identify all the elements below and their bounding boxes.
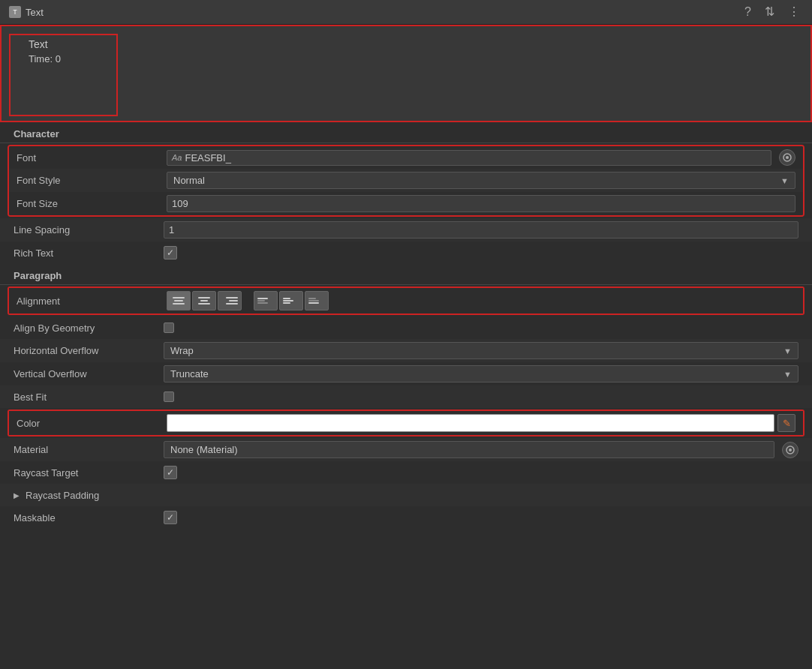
align-by-geometry-row: Align By Geometry [0, 316, 812, 339]
horizontal-overflow-label: Horizontal Overflow [14, 345, 164, 356]
best-fit-checkbox[interactable] [164, 392, 174, 402]
font-style-value: Normal ▼ [167, 172, 795, 189]
color-field[interactable] [167, 414, 774, 432]
svg-point-3 [789, 448, 792, 452]
horizontal-overflow-value: Wrap ▼ [164, 342, 798, 359]
horizontal-overflow-row: Horizontal Overflow Wrap ▼ [0, 339, 812, 362]
raycast-padding-text: Raycast Padding [26, 490, 99, 501]
line-spacing-row: Line Spacing [0, 218, 812, 242]
alignment-group-highlight: Alignment [8, 286, 804, 315]
font-size-row: Font Size [9, 192, 803, 215]
paragraph-section-label: Paragraph [0, 264, 812, 284]
line-spacing-label: Line Spacing [14, 224, 164, 236]
component-icon: T [9, 6, 21, 18]
panel-header: T Text ? ⇅ ⋮ [0, 0, 812, 25]
align-by-geometry-label: Align By Geometry [14, 322, 164, 334]
align-vertical-group [254, 291, 329, 310]
raycast-padding-row: ▶ Raycast Padding [0, 484, 812, 506]
font-label: Font [17, 152, 167, 164]
font-aa: Aa [172, 153, 182, 162]
section-divider-2 [0, 284, 812, 285]
sliders-button[interactable]: ⇅ [762, 4, 777, 20]
font-name: FEASFBI_ [185, 152, 230, 164]
more-options-button[interactable]: ⋮ [785, 4, 803, 20]
vertical-overflow-dropdown[interactable]: Truncate ▼ [164, 365, 798, 382]
eyedropper-button[interactable]: ✎ [777, 414, 795, 432]
raycast-padding-label: ▶ Raycast Padding [14, 490, 164, 501]
horizontal-overflow-dropdown[interactable]: Wrap ▼ [164, 342, 798, 359]
maskable-checkbox[interactable] [164, 511, 177, 524]
align-center-button[interactable] [192, 291, 216, 310]
font-style-dropdown[interactable]: Normal ▼ [167, 172, 795, 189]
best-fit-row: Best Fit [0, 386, 812, 408]
vertical-overflow-label: Vertical Overflow [14, 368, 164, 380]
font-group-highlight: Font Aa FEASFBI_ Font Style Normal ▼ [8, 145, 804, 217]
help-button[interactable]: ? [741, 4, 754, 20]
raycast-target-label: Raycast Target [14, 467, 164, 478]
material-text: None (Material) [170, 444, 238, 455]
line-spacing-input[interactable] [164, 221, 798, 238]
material-dropdown[interactable]: None (Material) [164, 441, 774, 458]
rich-text-label: Rich Text [14, 248, 164, 259]
color-group-highlight: Color ✎ [8, 410, 804, 436]
font-row: Font Aa FEASFBI_ [9, 146, 803, 169]
rich-text-row: Rich Text [0, 242, 812, 264]
font-style-label: Font Style [17, 175, 167, 186]
maskable-label: Maskable [14, 512, 164, 524]
text-preview-area: Text Time: 0 [0, 25, 812, 122]
font-select-button[interactable] [779, 149, 795, 166]
align-middle-button[interactable] [279, 291, 303, 310]
section-divider-1 [0, 142, 812, 143]
preview-text: Text [29, 38, 797, 50]
font-size-label: Font Size [17, 198, 167, 209]
vertical-overflow-text: Truncate [170, 368, 209, 380]
align-horizontal-group [167, 291, 242, 310]
rich-text-checkbox[interactable] [164, 246, 177, 260]
font-style-text: Normal [173, 175, 205, 186]
raycast-target-checkbox[interactable] [164, 466, 177, 479]
svg-point-1 [786, 156, 789, 159]
material-label: Material [14, 444, 164, 455]
alignment-buttons [167, 291, 795, 310]
line-spacing-value [164, 221, 798, 238]
align-top-button[interactable] [254, 291, 278, 310]
vertical-overflow-arrow: ▼ [783, 370, 792, 379]
alignment-label: Alignment [17, 296, 167, 307]
alignment-row: Alignment [9, 288, 803, 314]
best-fit-label: Best Fit [14, 392, 164, 403]
horizontal-overflow-arrow: ▼ [783, 346, 792, 356]
align-by-geometry-value [164, 322, 798, 333]
align-by-geometry-checkbox[interactable] [164, 322, 174, 333]
panel-title: Text [26, 7, 44, 18]
header-icons: ? ⇅ ⋮ [741, 4, 803, 20]
rich-text-value [164, 246, 798, 260]
font-size-value [167, 195, 795, 212]
header-left: T Text [9, 6, 44, 18]
raycast-target-value [164, 466, 798, 479]
align-right-button[interactable] [218, 291, 242, 310]
align-left-button[interactable] [167, 291, 191, 310]
color-row: Color ✎ [9, 411, 803, 435]
unity-inspector-panel: T Text ? ⇅ ⋮ Text Time: 0 Character Font… [0, 0, 812, 669]
vertical-overflow-value: Truncate ▼ [164, 365, 798, 382]
eyedropper-icon: ✎ [783, 418, 791, 429]
material-row: Material None (Material) [0, 438, 812, 461]
raycast-target-row: Raycast Target [0, 461, 812, 484]
material-value: None (Material) [164, 441, 798, 458]
font-style-row: Font Style Normal ▼ [9, 169, 803, 192]
maskable-row: Maskable [0, 506, 812, 529]
font-style-arrow: ▼ [780, 176, 789, 185]
font-size-input[interactable] [167, 195, 795, 212]
material-select-button[interactable] [782, 442, 798, 458]
font-field[interactable]: Aa FEASFBI_ [167, 150, 771, 166]
best-fit-value [164, 392, 798, 402]
color-value: ✎ [167, 414, 795, 432]
preview-time: Time: 0 [29, 53, 797, 64]
align-bottom-button[interactable] [305, 291, 329, 310]
vertical-overflow-row: Vertical Overflow Truncate ▼ [0, 362, 812, 386]
color-label: Color [17, 418, 167, 429]
maskable-value [164, 511, 798, 524]
horizontal-overflow-text: Wrap [170, 345, 194, 356]
font-value: Aa FEASFBI_ [167, 149, 795, 166]
collapse-arrow-icon: ▶ [14, 491, 20, 500]
